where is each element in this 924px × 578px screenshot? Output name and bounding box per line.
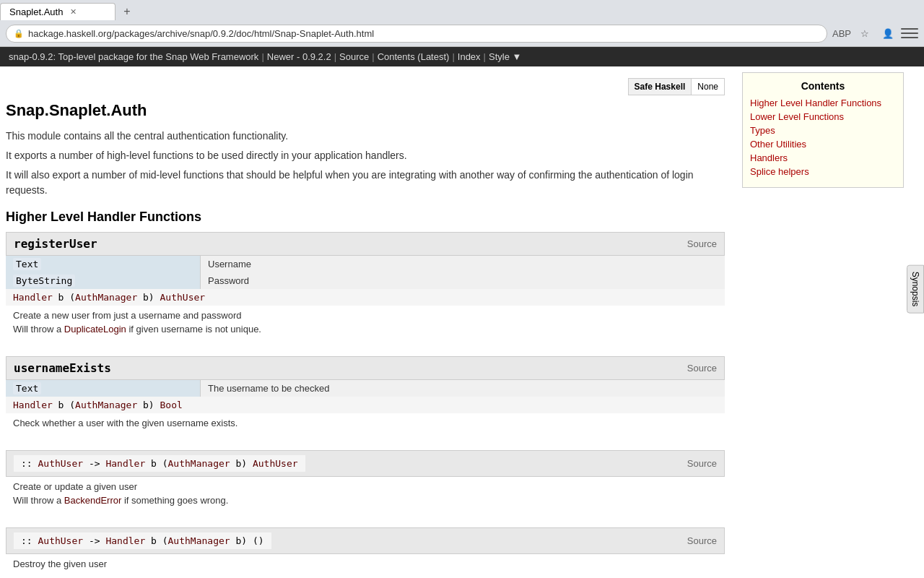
contents-link-utilities[interactable]: Other Utilities [750,139,896,150]
page-title: Snap.Snaplet.Auth [6,101,725,120]
func-block-usernameExists: usernameExists Source Text The username … [6,356,725,436]
sig-desc-username-2: The username to be checked [201,380,725,397]
bytestring-type-badge: ByteString [13,275,75,287]
browser-chrome: Snaplet.Auth ✕ + 🔒 hackage.haskell.org/p… [0,0,924,47]
func-sig-destroyUser-inline: :: AuthUser -> Handler b (AuthManager b)… [14,532,271,549]
active-tab[interactable]: Snaplet.Auth ✕ [0,3,116,20]
bookmark-button[interactable]: ☆ [855,23,875,43]
new-tab-button[interactable]: + [118,3,136,20]
safe-haskell-box: Safe Haskell None [628,78,725,95]
source-link-destroyUser[interactable]: Source [687,535,717,546]
authuser-link-save-1[interactable]: AuthUser [38,458,83,469]
authmanager-link-destroy[interactable]: AuthManager [168,535,230,546]
tab-title: Snaplet.Auth [9,7,63,17]
package-label: snap-0.9.2: Top-level package for the Sn… [9,51,258,62]
user-button[interactable]: 👤 [878,23,898,43]
haskell-topbar: snap-0.9.2: Top-level package for the Sn… [0,47,924,66]
main-content: Safe Haskell None Snap.Snaplet.Auth This… [0,66,736,578]
index-link-top[interactable]: Index [458,51,481,62]
authuser-link-1[interactable]: AuthUser [160,292,206,303]
safe-haskell-label: Safe Haskell [629,79,692,95]
page-container: Safe Haskell None Snap.Snaplet.Auth This… [0,66,924,578]
lock-icon: 🔒 [14,29,24,38]
sig-row-bytestring: ByteString Password [6,272,725,289]
authmanager-link-save[interactable]: AuthManager [168,458,230,469]
source-link-top[interactable]: Source [339,51,369,62]
func-desc-save-2: Will throw a BackendError if something g… [13,495,718,506]
desc-2: It exports a number of high-level functi… [6,148,725,163]
backend-error-link[interactable]: BackendError [64,495,121,506]
contents-link-higher[interactable]: Higher Level Handler Functions [750,98,896,108]
sep2: | [334,51,336,62]
func-desc-1: Create a new user from just a username a… [13,310,718,321]
sep5: | [484,51,486,62]
sig-desc-username: Username [201,256,725,272]
address-url: hackage.haskell.org/packages/archive/sna… [28,28,819,39]
func-desc-exists-1: Check whether a user with the given user… [13,418,718,428]
adblock-button[interactable]: ABP [832,23,852,43]
sidebar: Contents Higher Level Handler Functions … [736,66,910,578]
func-desc-usernameExists: Check whether a user with the given user… [6,413,725,436]
source-link-saveUser[interactable]: Source [687,458,717,469]
sep4: | [452,51,454,62]
func-header-registerUser: registerUser Source [6,232,725,256]
bool-link[interactable]: Bool [160,400,183,410]
func-header-destroyUser: :: AuthUser -> Handler b (AuthManager b)… [6,527,725,554]
func-header-usernameExists: usernameExists Source [6,356,725,380]
func-name-registerUser: registerUser [14,237,97,251]
func-sig-registerUser: Handler b (AuthManager b) AuthUser [6,289,725,306]
authmanager-link-1[interactable]: AuthManager [75,292,137,303]
handler-link-1[interactable]: Handler [13,292,53,303]
authmanager-link-2[interactable]: AuthManager [75,400,137,410]
func-desc-destroyUser: Destroy the given user [6,554,725,577]
source-link-usernameExists[interactable]: Source [687,363,717,374]
desc-3: It will also export a number of mid-leve… [6,168,725,198]
sig-row-text: Text Username [6,256,725,272]
contents-link-top[interactable]: Contents (Latest) [378,51,450,62]
sig-desc-password: Password [201,272,725,289]
desc-1: This module contains all the central aut… [6,129,725,144]
tab-bar: Snaplet.Auth ✕ + [0,0,924,20]
duplicate-login-link[interactable]: DuplicateLogin [64,324,126,335]
handler-link-2[interactable]: Handler [13,400,53,410]
sig-row-text-2: Text The username to be checked [6,380,725,397]
func-desc-save-1: Create or update a given user [13,481,718,492]
contents-box: Contents Higher Level Handler Functions … [742,72,904,188]
func-desc-saveUser: Create or update a given user Will throw… [6,477,725,513]
contents-link-splice[interactable]: Splice helpers [750,166,896,177]
sep1: | [261,51,263,62]
func-block-destroyUser: :: AuthUser -> Handler b (AuthManager b)… [6,527,725,577]
newer-link[interactable]: Newer - 0.9.2.2 [267,51,331,62]
func-header-saveUser: :: AuthUser -> Handler b (AuthManager b)… [6,450,725,477]
authuser-link-destroy-1[interactable]: AuthUser [38,535,83,546]
sig-type-text-2: Text [6,380,201,397]
contents-link-handlers[interactable]: Handlers [750,152,896,163]
synopsis-tab[interactable]: Synopsis [907,265,924,314]
contents-link-types[interactable]: Types [750,125,896,136]
type-text-badge: Text [13,258,41,270]
contents-box-title: Contents [750,80,896,92]
address-bar[interactable]: 🔒 hackage.haskell.org/packages/archive/s… [6,25,827,43]
menu-button[interactable] [901,25,918,42]
func-block-registerUser: registerUser Source Text Username ByteSt… [6,232,725,342]
handler-link-destroy[interactable]: Handler [105,535,145,546]
func-sig-saveUser-inline: :: AuthUser -> Handler b (AuthManager b)… [14,455,305,472]
handler-link-save[interactable]: Handler [105,458,145,469]
tab-close-button[interactable]: ✕ [69,7,78,17]
source-link-registerUser[interactable]: Source [687,238,717,249]
authuser-link-save-2[interactable]: AuthUser [253,458,298,469]
func-sig-usernameExists: Handler b (AuthManager b) Bool [6,397,725,413]
func-desc-destroy-1: Destroy the given user [13,558,718,569]
func-desc-registerUser: Create a new user from just a username a… [6,306,725,342]
contents-link-lower[interactable]: Lower Level Functions [750,111,896,122]
safe-haskell-value: None [692,79,724,95]
section-header: Higher Level Handler Functions [6,210,725,225]
sep3: | [372,51,374,62]
new-tab-icon: + [123,5,130,18]
browser-buttons: ABP ☆ 👤 [832,23,918,43]
sig-bytestring-badge: ByteString [6,272,201,289]
address-bar-row: 🔒 hackage.haskell.org/packages/archive/s… [0,20,924,46]
type-text-badge-2: Text [13,382,41,394]
style-dropdown[interactable]: Style ▼ [489,51,521,62]
func-name-usernameExists: usernameExists [14,361,111,375]
